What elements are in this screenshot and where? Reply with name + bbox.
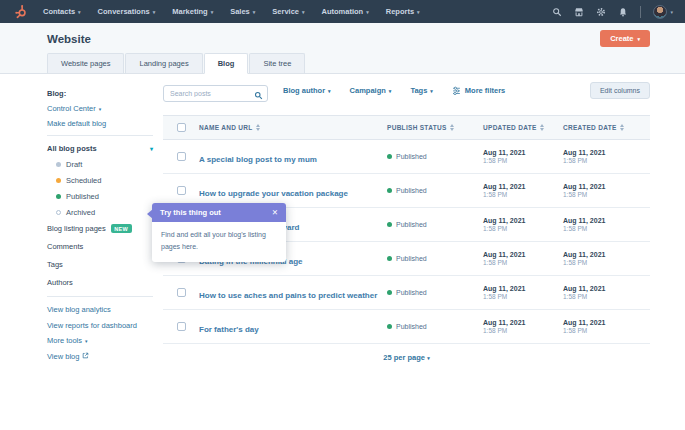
sidebar-status-draft[interactable]: Draft — [56, 160, 153, 169]
make-default-blog-link[interactable]: Make default blog — [47, 119, 153, 128]
page-header-band: Website Create ▾ Website pagesLanding pa… — [0, 23, 685, 74]
table-header-row: NAME AND URLPUBLISH STATUSUPDATED DATECR… — [163, 116, 650, 140]
column-header-name-and-url[interactable]: NAME AND URL — [199, 124, 387, 131]
filter-tags[interactable]: Tags▾ — [410, 86, 432, 95]
sidebar-nav-items: Blog listing pagesNEWCommentsTagsAuthors — [47, 224, 153, 287]
chevron-down-icon: ▾ — [637, 36, 640, 42]
create-button-label: Create — [610, 34, 633, 43]
status-label: Archived — [66, 208, 95, 217]
per-page-dropdown[interactable]: 25 per page ▾ — [163, 353, 650, 362]
more-filters-button[interactable]: More filters — [452, 86, 505, 95]
sidebar-link-view-blog-analytics[interactable]: View blog analytics — [47, 305, 153, 314]
account-menu[interactable]: ▾ — [653, 5, 673, 19]
column-header-label: UPDATED DATE — [483, 124, 537, 131]
nav-item-sales[interactable]: Sales▾ — [230, 7, 255, 16]
status-filter-list: DraftScheduledPublishedArchived — [47, 160, 153, 217]
status-dot-icon — [56, 178, 61, 183]
sidebar-divider — [47, 135, 153, 136]
published-dot-icon — [387, 154, 392, 159]
tab-blog[interactable]: Blog — [204, 53, 249, 74]
updated-date-cell: Aug 11, 20211:58 PM — [483, 149, 563, 164]
column-header-label: NAME AND URL — [199, 124, 253, 131]
nav-item-reports[interactable]: Reports▾ — [386, 7, 420, 16]
per-page-label: 25 per page — [383, 353, 425, 362]
post-title-link[interactable]: How to use aches and pains to predict we… — [199, 291, 377, 300]
row-checkbox[interactable] — [177, 322, 186, 331]
nav-item-label: Conversations — [98, 7, 150, 16]
row-checkbox[interactable] — [177, 186, 186, 195]
sidebar-status-scheduled[interactable]: Scheduled — [56, 176, 153, 185]
column-header-created-date[interactable]: CREATED DATE — [563, 124, 650, 131]
marketplace-icon[interactable] — [574, 7, 584, 17]
header-checkbox-cell — [163, 123, 199, 132]
nav-item-contacts[interactable]: Contacts▾ — [43, 7, 81, 16]
hubspot-logo-icon[interactable] — [14, 4, 29, 19]
column-header-label: CREATED DATE — [563, 124, 617, 131]
chevron-down-icon: ▾ — [78, 9, 81, 15]
publish-status: Published — [396, 289, 427, 296]
nav-item-marketing[interactable]: Marketing▾ — [172, 7, 213, 16]
sidebar-item-label: Authors — [47, 278, 73, 287]
select-all-checkbox[interactable] — [177, 123, 186, 132]
nav-item-service[interactable]: Service▾ — [272, 7, 304, 16]
tab-bar: Website pagesLanding pagesBlogSite tree — [47, 53, 306, 74]
updated-time: 1:58 PM — [483, 293, 563, 300]
sidebar-link-more-tools[interactable]: More tools▾ — [47, 336, 153, 345]
nav-right-icons: ▾ — [552, 5, 673, 19]
search-icon[interactable] — [552, 7, 562, 17]
sidebar-links: View blog analyticsView reports for dash… — [47, 305, 153, 361]
sidebar-link-label: View blog analytics — [47, 305, 111, 314]
post-title-link[interactable]: How to upgrade your vacation package — [199, 189, 348, 198]
sidebar-item-label: Tags — [47, 260, 63, 269]
column-header-updated-date[interactable]: UPDATED DATE — [483, 124, 563, 131]
content-area: Blog: Control Center ▾ Make default blog… — [0, 75, 685, 430]
row-checkbox[interactable] — [177, 152, 186, 161]
sidebar-item-comments[interactable]: Comments — [47, 242, 153, 251]
sidebar-link-view-blog[interactable]: View blog — [47, 352, 153, 361]
all-blog-posts-toggle[interactable]: All blog posts ▾ — [47, 144, 153, 153]
nav-item-label: Contacts — [43, 7, 75, 16]
tooltip-body: Find and edit all your blog's listing pa… — [152, 222, 286, 262]
sidebar-item-authors[interactable]: Authors — [47, 278, 153, 287]
tab-landing-pages[interactable]: Landing pages — [125, 53, 202, 74]
edit-columns-button[interactable]: Edit columns — [590, 82, 650, 99]
blog-selector-dropdown[interactable]: Control Center ▾ — [47, 104, 153, 113]
tooltip-header: Try this thing out ✕ — [152, 203, 286, 222]
status-label: Published — [66, 192, 99, 201]
post-title-link[interactable]: A special blog post to my mum — [199, 155, 317, 164]
sidebar-item-tags[interactable]: Tags — [47, 260, 153, 269]
status-label: Scheduled — [66, 176, 101, 185]
settings-icon[interactable] — [596, 7, 606, 17]
sidebar-link-label: View reports for dashboard — [47, 321, 137, 330]
filter-campaign[interactable]: Campaign▾ — [350, 86, 392, 95]
sidebar-status-archived[interactable]: Archived — [56, 208, 153, 217]
sidebar-status-published[interactable]: Published — [56, 192, 153, 201]
created-date: Aug 11, 2021 — [563, 183, 650, 190]
column-header-publish-status[interactable]: PUBLISH STATUS — [387, 124, 483, 131]
blog-sidebar: Blog: Control Center ▾ Make default blog… — [47, 89, 153, 367]
chevron-down-icon: ▾ — [153, 9, 156, 15]
post-name-cell: For father's day — [199, 318, 387, 336]
chevron-down-icon: ▾ — [150, 145, 153, 152]
publish-status-cell: Published — [387, 323, 483, 330]
blog-label: Blog: — [47, 89, 153, 98]
tab-site-tree[interactable]: Site tree — [249, 53, 305, 74]
nav-item-conversations[interactable]: Conversations▾ — [98, 7, 156, 16]
notifications-icon[interactable] — [618, 7, 628, 17]
create-button[interactable]: Create ▾ — [600, 30, 650, 47]
search-input[interactable] — [163, 85, 268, 102]
app-window: Contacts▾Conversations▾Marketing▾Sales▾S… — [0, 0, 685, 430]
filter-dropdowns: Blog author▾Campaign▾Tags▾ — [283, 86, 433, 95]
close-icon[interactable]: ✕ — [272, 208, 278, 217]
sidebar-item-blog-listing-pages[interactable]: Blog listing pagesNEW — [47, 224, 153, 233]
nav-item-automation[interactable]: Automation▾ — [322, 7, 369, 16]
sidebar-link-view-reports-for-dashboard[interactable]: View reports for dashboard — [47, 321, 153, 330]
post-name-cell: A special blog post to my mum — [199, 148, 387, 166]
tab-website-pages[interactable]: Website pages — [47, 53, 124, 74]
onboarding-tooltip: Try this thing out ✕ Find and edit all y… — [152, 203, 286, 262]
row-checkbox[interactable] — [177, 288, 186, 297]
nav-item-label: Sales — [230, 7, 250, 16]
filter-blog-author[interactable]: Blog author▾ — [283, 86, 331, 95]
post-title-link[interactable]: For father's day — [199, 325, 259, 334]
created-date: Aug 11, 2021 — [563, 285, 650, 292]
